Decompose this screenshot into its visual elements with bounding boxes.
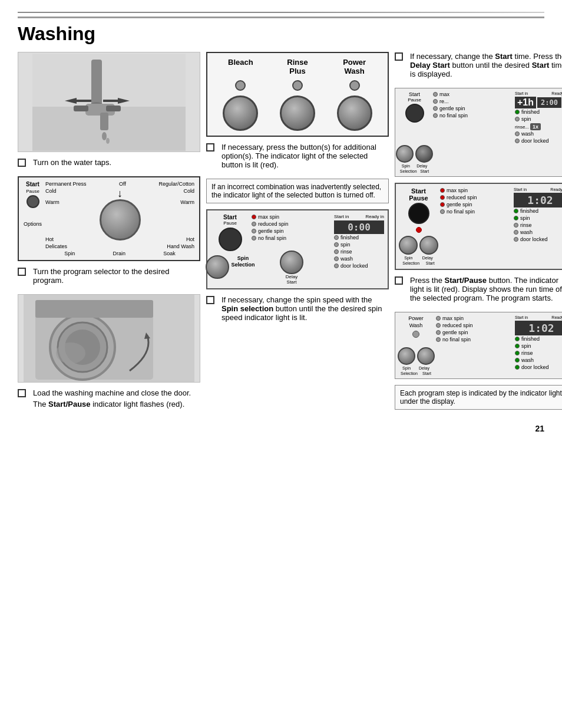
svg-point-13: [106, 138, 110, 144]
col2-instruction-2: If necessary, change the spin speed with…: [206, 295, 389, 322]
mid-wash-dot: [514, 230, 518, 235]
mid-finished-dot: [514, 209, 518, 213]
top-max-dot: [433, 92, 438, 97]
panel-mid-spin-dial[interactable]: [399, 236, 418, 255]
power-wash-dial[interactable]: [337, 95, 372, 131]
svg-rect-7: [106, 106, 121, 111]
bot-spin-dot: [515, 344, 520, 348]
bot-wash-dot: [515, 358, 520, 363]
instruction-3: Load the washing machine and close the d…: [18, 388, 200, 409]
checkbox-1: [18, 159, 26, 167]
mid-gentle-dot: [440, 202, 445, 207]
start-pause-button[interactable]: [27, 195, 39, 208]
power-wash-panel: Power Wash Spin Delay Selection Start: [395, 312, 562, 379]
col3-instruction-2: Press the Start/Pause button. The indica…: [395, 276, 562, 302]
panel-bot-spin-dial[interactable]: [398, 347, 415, 365]
power-wash-indicator: [412, 331, 419, 338]
panel1-display: 0:00: [334, 220, 384, 234]
panel-top-start-btn[interactable]: [405, 104, 424, 123]
power-wash-indicator: [349, 80, 360, 91]
mid-red-dot: [440, 195, 445, 200]
instruction-1: Turn on the water taps.: [18, 158, 200, 167]
svg-rect-19: [35, 300, 153, 318]
top-nofinal-dot: [433, 113, 438, 118]
column-2: Bleach Rinse Plus Power Wash: [206, 52, 389, 412]
page-title: Washing: [18, 17, 544, 45]
bot-rinse-dot: [515, 351, 520, 355]
rinse-plus-indicator: [292, 80, 303, 91]
col2-instruction-1: If necessary, press the button(s) for ad…: [206, 143, 389, 169]
spin-panel: Start Pause Spin Selection: [206, 209, 389, 289]
bleach-indicator: [235, 80, 246, 91]
top-door-dot: [515, 139, 520, 143]
panel-top-spin-dial[interactable]: [396, 145, 414, 163]
top-finished-dot: [515, 110, 520, 114]
mid-nofinal-dot: [440, 209, 445, 214]
checkbox-6: [395, 52, 403, 61]
door-locked-dot-1: [334, 263, 339, 268]
top-gentle-dot: [433, 106, 438, 111]
svg-rect-6: [74, 106, 88, 111]
plus1h-display: +1h: [515, 97, 536, 108]
top-red-dot: [433, 99, 438, 104]
svg-rect-5: [100, 113, 108, 130]
bot-gentle-dot: [436, 330, 441, 335]
bleach-dial[interactable]: [223, 95, 258, 131]
bot-door-dot: [515, 365, 520, 370]
gentle-spin-dot: [252, 229, 256, 233]
checkbox-4: [206, 143, 214, 151]
rinse-dot-1: [334, 249, 339, 254]
bot-red-dot: [436, 323, 441, 328]
delay-start-panel-top: Start Pause Spin Delay Selection: [395, 88, 562, 177]
note-box-1: If an incorrect combination was inadvert…: [206, 179, 389, 203]
page-number: 21: [18, 424, 544, 433]
program-dial[interactable]: [100, 199, 141, 241]
svg-point-21: [56, 342, 85, 364]
panel1-start-btn[interactable]: [219, 228, 242, 251]
start-pause-panel-middle: Start Pause Spin Delay Selection: [395, 183, 562, 270]
checkbox-2: [18, 268, 26, 276]
rinse-plus-dial[interactable]: [280, 95, 315, 131]
top-wash-dot: [515, 131, 520, 136]
svg-rect-1: [32, 54, 186, 107]
note-box-2: Each program step is indicated by the in…: [395, 385, 562, 410]
mid-max-dot: [440, 188, 445, 193]
column-3: If necessary, change the Start time. Pre…: [395, 52, 562, 412]
top-spin-dot: [515, 117, 520, 121]
instruction-2: Turn the program selector to the desired…: [18, 267, 200, 285]
panel-mid-delay-dial[interactable]: [419, 236, 438, 255]
spin-dot-1: [334, 242, 339, 247]
panel-top-delay-dial[interactable]: [415, 145, 433, 163]
bleach-panel: Bleach Rinse Plus Power Wash: [206, 52, 389, 137]
tap-image: [18, 52, 200, 152]
checkbox-3: [18, 389, 26, 397]
selector-panel: Start Pause Options Permanent Press Off …: [18, 176, 200, 261]
mid-spin-dot: [514, 216, 518, 220]
reduced-spin-dot: [252, 222, 256, 226]
svg-rect-2: [91, 60, 102, 107]
no-final-spin-dot: [252, 236, 256, 241]
panel-bot-display: 1:02: [515, 321, 562, 335]
mid-rinse-dot: [514, 223, 518, 228]
col3-instruction-1: If necessary, change the Start time. Pre…: [395, 52, 562, 78]
panel1-spin-dial[interactable]: [206, 255, 229, 279]
wash-dot-1: [334, 256, 339, 261]
max-spin-dot: [252, 215, 256, 219]
checkbox-5: [206, 296, 214, 304]
panel-mid-indicator: [416, 227, 422, 233]
bot-nofinal-dot: [436, 337, 441, 342]
finished-dot-1: [334, 235, 339, 240]
panel-bot-delay-dial[interactable]: [417, 347, 435, 365]
bot-finished-dot: [515, 337, 520, 341]
bot-max-dot: [436, 316, 441, 321]
panel-mid-start-btn[interactable]: [408, 203, 429, 224]
mid-door-dot: [514, 237, 518, 242]
checkbox-7: [395, 276, 403, 285]
panel1-delay-dial[interactable]: [280, 251, 303, 274]
svg-point-12: [102, 132, 107, 140]
column-1: Turn on the water taps. Start Pause Opti…: [18, 52, 200, 412]
panel-mid-display: 1:02: [514, 193, 562, 207]
machine-image: [18, 294, 200, 383]
